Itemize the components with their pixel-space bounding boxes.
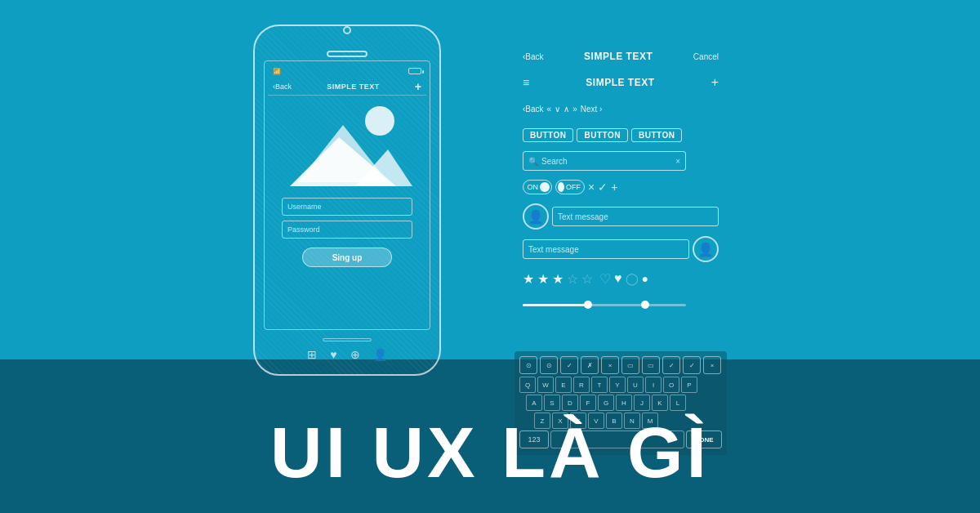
password-field[interactable]: Password — [282, 221, 412, 239]
kb-key-U[interactable]: U — [627, 377, 644, 393]
kb-key-T[interactable]: T — [591, 377, 608, 393]
kb-key-F[interactable]: F — [580, 395, 596, 411]
check-icon[interactable]: ✓ — [598, 181, 608, 194]
phone-screen: 📶 ‹Back SIMPLE TEXT + — [264, 60, 430, 330]
star-empty-5[interactable]: ☆ — [581, 271, 593, 287]
battery-icon — [408, 68, 421, 74]
comment-empty-icon[interactable]: ◯ — [626, 272, 639, 285]
kit-buttons-row: BUTTON BUTTON BUTTON — [523, 123, 719, 146]
kb-key-G[interactable]: G — [598, 395, 614, 411]
search-clear-icon[interactable]: × — [675, 157, 680, 166]
kit-cancel-label[interactable]: Cancel — [693, 52, 719, 61]
kit-nav-plus-icon[interactable]: + — [711, 75, 719, 90]
kit-toggles-row: ON OFF × ✓ + — [523, 176, 719, 199]
star-filled-3[interactable]: ★ — [552, 271, 564, 287]
kit-message-row-2: Text message 👤 — [523, 234, 719, 264]
slider-thumb-2[interactable] — [641, 301, 649, 309]
svg-point-0 — [365, 106, 394, 136]
comment-filled-icon[interactable]: ● — [642, 272, 648, 285]
star-empty-4[interactable]: ☆ — [567, 271, 578, 287]
kb-key-H[interactable]: H — [616, 395, 632, 411]
kit-header-row: ‹Back SIMPLE TEXT Cancel — [523, 45, 719, 68]
toggle-on[interactable]: ON — [523, 180, 552, 194]
phone-mockup: 📶 ‹Back SIMPLE TEXT + — [253, 25, 441, 376]
kb-key-K[interactable]: K — [652, 395, 668, 411]
main-container: 📶 ‹Back SIMPLE TEXT + — [0, 0, 980, 513]
kb-key-S[interactable]: S — [544, 395, 560, 411]
kb-key-I[interactable]: I — [645, 377, 662, 393]
kit-search-field[interactable]: 🔍 Search × — [523, 151, 686, 171]
kit-nav-title: SIMPLE TEXT — [532, 77, 707, 88]
kit-back-label[interactable]: ‹Back — [523, 52, 544, 61]
kb-key-D[interactable]: D — [562, 395, 578, 411]
kit-header-title: SIMPLE TEXT — [547, 51, 690, 62]
kb-key-O[interactable]: O — [663, 377, 679, 393]
kb-key-P[interactable]: P — [681, 377, 697, 393]
kit-slider-row — [523, 293, 686, 316]
close-icon[interactable]: × — [588, 181, 595, 194]
phone-nav-plus-button[interactable]: + — [415, 80, 421, 93]
kb-key-close-1[interactable]: × — [601, 356, 619, 374]
kb-key-L[interactable]: L — [670, 395, 686, 411]
star-filled-1[interactable]: ★ — [523, 271, 534, 287]
kit-button-1[interactable]: BUTTON — [523, 128, 573, 142]
message-text-2: Text message — [528, 245, 579, 254]
plus-icon[interactable]: + — [611, 181, 617, 194]
kb-key-x-2[interactable]: × — [703, 356, 721, 374]
search-placeholder: Search — [541, 157, 672, 166]
kit-rating-row: ★ ★ ★ ☆ ☆ ♡ ♥ ◯ ● — [523, 267, 719, 290]
phone-nav-title: SIMPLE TEXT — [327, 83, 380, 91]
kit-message-row-1: 👤 Text message — [523, 202, 719, 231]
kit-toolbar-next-text[interactable]: Next › — [581, 105, 603, 114]
kb-key-circle-1[interactable]: ⊙ — [519, 356, 537, 374]
kb-key-J[interactable]: J — [634, 395, 650, 411]
kit-toolbar-row: ‹Back « ∨ ∧ » Next › — [523, 97, 719, 120]
avatar-right: 👤 — [693, 236, 719, 262]
kit-toolbar-prev[interactable]: « — [547, 105, 552, 114]
kit-toolbar-back[interactable]: ‹Back — [523, 105, 544, 114]
kb-key-rect-1[interactable]: ▭ — [621, 356, 639, 374]
password-label: Password — [287, 225, 320, 234]
kb-key-R[interactable]: R — [573, 377, 590, 393]
kit-nav-row: ≡ SIMPLE TEXT + — [523, 71, 719, 94]
kb-key-check-1[interactable]: ✓ — [560, 356, 578, 374]
message-text-1: Text message — [558, 212, 608, 221]
kb-key-rect-2[interactable]: ▭ — [642, 356, 660, 374]
toggle-off[interactable]: OFF — [555, 180, 585, 194]
kit-button-3[interactable]: BUTTON — [631, 128, 682, 142]
kit-toolbar-down[interactable]: ∨ — [555, 105, 560, 114]
heart-empty-icon[interactable]: ♡ — [599, 271, 611, 287]
hamburger-icon[interactable]: ≡ — [523, 76, 529, 89]
kb-key-check-2[interactable]: ✓ — [662, 356, 680, 374]
kb-key-circle-2[interactable]: ⊙ — [540, 356, 558, 374]
kb-key-Y[interactable]: Y — [609, 377, 626, 393]
phone-status-bar: 📶 — [268, 65, 426, 78]
kit-toolbar-up[interactable]: ∧ — [564, 105, 569, 114]
message-bubble-right: Text message — [552, 207, 719, 226]
phone-image-area — [282, 100, 412, 190]
signup-label: Sing up — [332, 253, 363, 262]
avatar-left-icon: 👤 — [528, 209, 544, 225]
slider-track-container[interactable] — [523, 297, 686, 313]
slider-thumb-1[interactable] — [584, 301, 592, 309]
avatar-left: 👤 — [523, 203, 549, 230]
username-field[interactable]: Username — [282, 198, 412, 216]
phone-back-button[interactable]: ‹Back — [273, 83, 292, 91]
slider-track — [523, 304, 686, 306]
kit-toolbar-next-arrow[interactable]: » — [572, 105, 577, 114]
kb-key-W[interactable]: W — [537, 377, 554, 393]
kit-button-2[interactable]: BUTTON — [577, 128, 627, 142]
kb-key-E[interactable]: E — [555, 377, 572, 393]
toggle-off-label: OFF — [566, 183, 581, 191]
kb-key-Q[interactable]: Q — [519, 377, 536, 393]
keyboard-special-row: ⊙ ⊙ ✓ ✗ × ▭ ▭ ✓ ✓ × — [519, 356, 722, 374]
star-filled-2[interactable]: ★ — [537, 271, 549, 287]
heart-filled-icon[interactable]: ♥ — [614, 271, 622, 286]
phone-nav-bar: ‹Back SIMPLE TEXT + — [268, 78, 426, 96]
slider-fill — [523, 304, 588, 306]
kit-search-row: 🔍 Search × — [523, 149, 719, 172]
kb-key-A[interactable]: A — [526, 395, 542, 411]
kb-key-check-3[interactable]: ✓ — [683, 356, 701, 374]
signup-button[interactable]: Sing up — [302, 248, 392, 267]
kb-key-x-1[interactable]: ✗ — [581, 356, 599, 374]
